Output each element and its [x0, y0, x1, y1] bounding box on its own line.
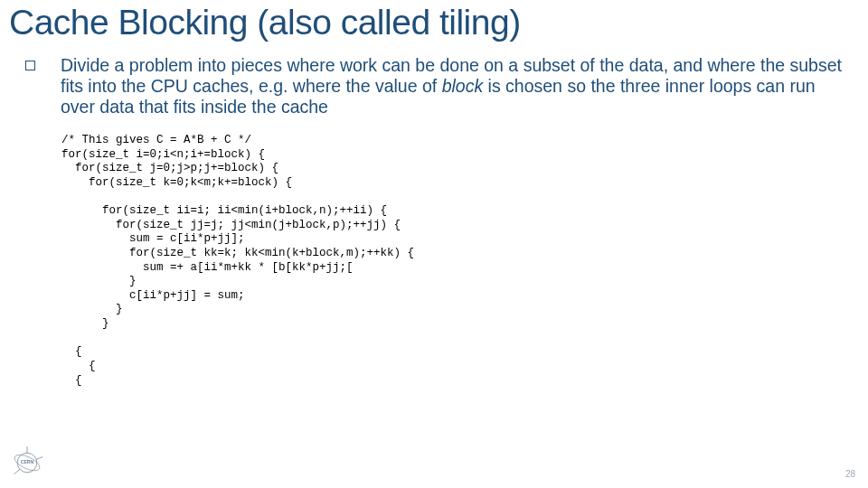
bullet-row: Divide a problem into pieces where work …: [9, 55, 859, 117]
cern-logo-icon: CERN: [11, 446, 43, 479]
slide-title: Cache Blocking (also called tiling): [9, 4, 859, 42]
bullet-text-italic: block: [442, 76, 484, 96]
code-block: /* This gives C = A*B + C */ for(size_t …: [9, 134, 859, 388]
slide: Cache Blocking (also called tiling) Divi…: [0, 0, 868, 488]
page-number: 28: [845, 469, 855, 479]
svg-line-3: [14, 469, 20, 474]
svg-line-2: [36, 457, 42, 460]
bullet-text: Divide a problem into pieces where work …: [61, 55, 847, 117]
svg-text:CERN: CERN: [21, 459, 34, 465]
square-bullet-icon: [25, 61, 35, 70]
